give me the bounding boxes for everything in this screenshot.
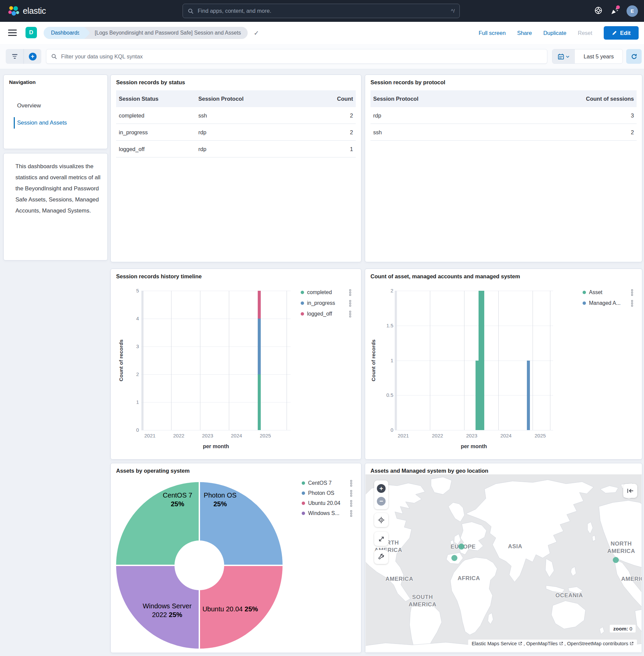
- legend-item-in-progress[interactable]: in_progress: [301, 300, 351, 307]
- whats-new-icon[interactable]: [611, 7, 619, 15]
- time-range-value[interactable]: Last 5 years: [575, 49, 623, 64]
- attribution-link[interactable]: OpenStreetMap contributors: [567, 641, 628, 646]
- legend-item-windows[interactable]: Windows S...: [302, 510, 352, 517]
- x-axis-tick-label: 2021: [144, 433, 155, 438]
- table-row: rdp 3: [370, 107, 637, 124]
- sidebar-item-session-and-assets[interactable]: Session and Assets: [17, 119, 67, 126]
- menu-hamburger-icon[interactable]: [8, 29, 17, 36]
- asset-count-chart: 00.511.5220212022202320242025: [365, 269, 642, 459]
- add-filter-button[interactable]: +: [23, 49, 41, 64]
- bar-Managed A...[interactable]: [527, 361, 530, 430]
- geo-point[interactable]: [613, 557, 619, 563]
- legend-actions-icon[interactable]: [349, 300, 351, 307]
- grid-line-vertical: [464, 291, 464, 430]
- grid-line-vertical: [533, 291, 533, 430]
- saved-check-icon[interactable]: ✓: [254, 29, 259, 37]
- calendar-icon: [558, 53, 564, 60]
- map-tools-button[interactable]: [374, 550, 388, 564]
- set-view-crosshair-button[interactable]: [374, 513, 388, 527]
- bar-in_progress[interactable]: [258, 319, 261, 374]
- zoom-out-button[interactable]: −: [377, 497, 386, 505]
- column-header[interactable]: Session Protocol: [373, 90, 418, 107]
- navigation-panel: Navigation Overview Session and Assets: [3, 74, 108, 149]
- legend-label: Photon OS: [308, 490, 347, 496]
- zoom-in-button[interactable]: +: [377, 484, 386, 493]
- map-label-america-right: AMERICA: [621, 575, 642, 583]
- global-search[interactable]: ^/: [183, 4, 460, 18]
- grid-line-horizontal: [141, 319, 291, 319]
- cell-session-status: logged_off: [119, 141, 145, 157]
- space-badge[interactable]: D: [25, 27, 37, 38]
- filter-icon: [12, 54, 18, 59]
- legend-actions-icon[interactable]: [350, 500, 352, 506]
- legend-actions-icon[interactable]: [350, 480, 352, 487]
- grid-line-vertical: [498, 291, 499, 430]
- elastic-logo[interactable]: elastic: [7, 5, 46, 17]
- full-screen-button[interactable]: Full screen: [479, 30, 506, 36]
- legend-dot: [582, 301, 586, 305]
- collapse-legend-button[interactable]: [623, 484, 637, 498]
- legend-actions-icon[interactable]: [631, 289, 633, 296]
- breadcrumb-current[interactable]: [Logs Beyondinsight and Password Safe] S…: [85, 27, 248, 39]
- global-search-input[interactable]: [197, 7, 451, 15]
- kql-query-bar[interactable]: [46, 49, 547, 64]
- y-axis-tick-label: 0: [123, 427, 139, 433]
- share-button[interactable]: Share: [517, 30, 532, 36]
- cell-count: 2: [631, 124, 634, 141]
- x-axis-title: per month: [141, 444, 291, 450]
- grid-line-horizontal: [395, 291, 553, 291]
- refresh-button[interactable]: [626, 49, 642, 64]
- help-icon[interactable]: [594, 6, 602, 16]
- world-map[interactable]: NORTHAMERICA AMERICA SOUTHAMERICA EUROPE…: [365, 474, 642, 652]
- geo-point[interactable]: [458, 544, 464, 549]
- bar-Asset[interactable]: [481, 291, 484, 430]
- legend-item-centos[interactable]: CentOS 7: [302, 480, 352, 487]
- column-header[interactable]: Count of sessions: [586, 90, 634, 107]
- legend-actions-icon[interactable]: [631, 300, 633, 307]
- column-header[interactable]: Session Protocol: [198, 90, 244, 107]
- y-axis-line: [395, 291, 397, 430]
- duplicate-button[interactable]: Duplicate: [543, 30, 567, 36]
- legend-item-photon[interactable]: Photon OS: [302, 490, 352, 497]
- attribution-link[interactable]: OpenMapTiles: [526, 641, 558, 646]
- edit-button[interactable]: Edit: [604, 26, 639, 40]
- breadcrumb-dashboards[interactable]: Dashboards: [44, 27, 85, 39]
- legend-item-ubuntu[interactable]: Ubuntu 20.04: [302, 500, 352, 506]
- x-axis-tick-label: 2022: [432, 433, 443, 438]
- legend-actions-icon[interactable]: [350, 490, 352, 497]
- legend-item-managed-accounts[interactable]: Managed A...: [582, 300, 633, 307]
- legend-item-completed[interactable]: completed: [301, 289, 351, 296]
- session-protocol-table-panel: Session records by protocol Session Prot…: [365, 74, 642, 262]
- column-header[interactable]: Count: [337, 90, 353, 107]
- legend-item-logged-off[interactable]: logged_off: [301, 311, 351, 317]
- panel-title: Session records by status: [116, 79, 185, 86]
- legend-actions-icon[interactable]: [350, 510, 352, 517]
- map-label-south-america: SOUTHAMERICA: [399, 593, 446, 608]
- cell-count: 3: [631, 107, 634, 124]
- y-axis-line: [141, 291, 144, 430]
- map-label-north-america-right: NORTHAMERICA: [601, 540, 641, 555]
- fit-to-bounds-button[interactable]: [374, 532, 388, 546]
- table-header-row: Session Protocol Count of sessions: [370, 90, 637, 107]
- reset-button[interactable]: Reset: [578, 30, 592, 36]
- bar-completed[interactable]: [258, 374, 261, 430]
- geo-point[interactable]: [451, 555, 457, 561]
- bar-logged_off[interactable]: [258, 291, 261, 319]
- cell-session-status: completed: [119, 107, 144, 124]
- grid-line-horizontal: [395, 430, 553, 430]
- search-icon: [51, 53, 57, 60]
- legend-actions-icon[interactable]: [349, 311, 351, 317]
- legend-dot: [302, 481, 305, 485]
- sidebar-item-overview[interactable]: Overview: [17, 103, 41, 109]
- kql-query-input[interactable]: [61, 53, 542, 60]
- legend-actions-icon[interactable]: [349, 289, 351, 296]
- attribution-link[interactable]: Elastic Maps Service: [472, 641, 517, 646]
- legend-item-asset[interactable]: Asset: [582, 289, 633, 296]
- grid-line-horizontal: [141, 430, 291, 430]
- column-header[interactable]: Session Status: [119, 90, 158, 107]
- user-avatar[interactable]: E: [626, 5, 638, 17]
- date-quick-select-button[interactable]: [552, 49, 575, 64]
- map-label-asia: ASIA: [495, 543, 535, 550]
- geo-map-panel: Assets and Managed system by geo locatio…: [365, 463, 642, 653]
- filter-options-button[interactable]: [6, 49, 23, 64]
